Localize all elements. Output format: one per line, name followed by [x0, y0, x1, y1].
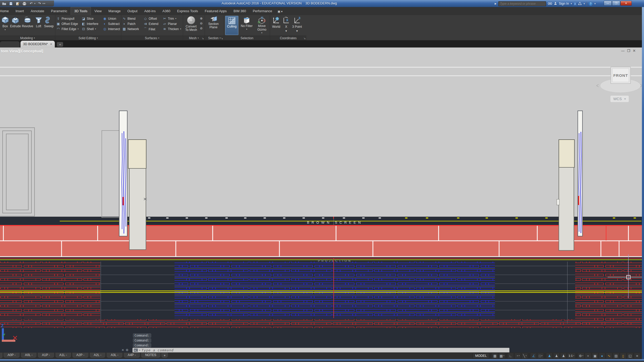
trim-dropdown-icon[interactable]: ▾	[175, 17, 176, 20]
panel-label-modeling[interactable]: Modeling▾	[0, 36, 55, 40]
layout-tab-a1p[interactable]: A1P -	[37, 353, 54, 358]
section-plane-button[interactable]: Section Plane	[205, 15, 222, 29]
undo-icon[interactable]: ↶	[29, 1, 34, 6]
world-ucs-button[interactable]: World	[272, 17, 280, 33]
slice-button[interactable]: ◪Slice	[82, 17, 101, 21]
plot-icon[interactable]	[15, 1, 20, 6]
help-icon[interactable]: ?	[589, 2, 593, 6]
patch-button[interactable]: ◗Patch	[122, 22, 142, 26]
print-icon[interactable]	[22, 1, 27, 6]
layout-tab-a1l[interactable]: A1L -	[55, 353, 71, 358]
help-dropdown-icon[interactable]: ▾	[594, 2, 596, 5]
command-input-placeholder[interactable]: Type a command	[142, 348, 174, 352]
tab-output[interactable]: Output	[124, 7, 141, 15]
trusted-paths-icon[interactable]: ▯	[620, 353, 626, 359]
file-tab-inactive[interactable]	[0, 41, 20, 47]
planar-button[interactable]: ▱Planar	[163, 22, 182, 26]
customization-menu-icon[interactable]: ≡	[634, 353, 640, 359]
panel-label-selection[interactable]: Selection	[224, 36, 270, 40]
thicken-dropdown-icon[interactable]: ▾	[180, 28, 181, 30]
a360-icon[interactable]	[578, 2, 582, 6]
shell-dropdown-icon[interactable]: ▾	[95, 28, 96, 30]
command-prompt-icon[interactable]: >_	[134, 349, 138, 352]
box-button[interactable]: Box▾	[1, 16, 10, 31]
no-smooth-icon[interactable]: ⊘	[199, 26, 204, 31]
no-filter-dropdown-icon[interactable]: ▾	[246, 28, 247, 30]
ortho-mode-icon[interactable]: ∟	[507, 353, 514, 359]
tab-a360[interactable]: A360	[159, 7, 174, 15]
intersect-button[interactable]: ◎Intersect	[103, 27, 120, 31]
viewport-restore-icon[interactable]: ❐	[627, 49, 630, 53]
sweep-button[interactable]: Sweep	[43, 16, 54, 31]
redo-dropdown-icon[interactable]: ▾	[43, 2, 44, 5]
infocenter-collapse-icon[interactable]: ▶	[495, 2, 497, 5]
open-icon[interactable]	[2, 1, 7, 6]
tab-featured-apps[interactable]: Featured Apps	[202, 7, 230, 15]
mesh-dialog-launcher-icon[interactable]: ↘	[202, 37, 204, 40]
union-button[interactable]: ◉Union	[103, 17, 120, 21]
units-icon[interactable]: ▣	[592, 353, 598, 359]
loft-button[interactable]: Loft	[34, 16, 43, 31]
polar-tracking-icon[interactable]: ◔▾	[514, 353, 521, 359]
object-snap-tracking-icon[interactable]: ∠	[530, 353, 537, 359]
interfere-button[interactable]: ◧Interfere	[82, 22, 101, 26]
fillet-edge-button[interactable]: ◠Fillet Edge▾	[56, 27, 80, 31]
section-dialog-launcher-icon[interactable]: ↘	[221, 37, 223, 40]
panel-label-mesh[interactable]: Mesh▾	[183, 36, 205, 40]
maximize-button[interactable]: ❐	[612, 1, 620, 6]
search-input[interactable]	[498, 1, 546, 6]
ucs-x-button[interactable]: X X ▾	[282, 17, 290, 33]
qat-customize-icon[interactable]: ▾	[44, 2, 45, 5]
tab-express-tools[interactable]: Express Tools	[174, 7, 202, 15]
revolve-button[interactable]: Revolve	[21, 16, 34, 31]
sign-in-dropdown-icon[interactable]: ▾	[571, 2, 572, 5]
ribbon-display-toggle-icon[interactable]: ▣ ▾	[276, 8, 285, 15]
blend-button[interactable]: ∿Blend	[122, 17, 142, 21]
annotation-monitor-icon[interactable]: +	[585, 353, 591, 359]
command-input-bar[interactable]: >_ ▾ Type a command	[132, 348, 509, 353]
tab-view[interactable]: View	[91, 7, 105, 15]
trim-button[interactable]: ✂Trim▾	[163, 17, 182, 21]
subtract-button[interactable]: ◐Subtract	[103, 22, 120, 26]
viewport-minimize-icon[interactable]: —	[621, 49, 625, 53]
exchange-apps-icon[interactable]: X	[574, 2, 576, 6]
model-space-toggle[interactable]: MODEL	[473, 353, 489, 359]
fillet-button[interactable]: ⌒Fillet	[144, 27, 161, 32]
close-button[interactable]: ✕	[620, 1, 632, 6]
layout-tab-a2l[interactable]: A2L -	[89, 353, 106, 358]
layout-tab-a2p[interactable]: A2P -	[72, 353, 89, 358]
ucs-x-dropdown-icon[interactable]: ▾	[285, 29, 287, 33]
drawing-canvas[interactable]: BROWN SCREEN PROJECTION	[0, 47, 644, 352]
network-button[interactable]: ▦Network	[122, 27, 142, 31]
minimize-button[interactable]: —	[604, 1, 612, 6]
layout-tab-a4p[interactable]: A4P -	[123, 353, 140, 358]
viewcube-face-label[interactable]: FRONT	[613, 73, 628, 78]
layout-tab-partial[interactable]	[0, 353, 3, 358]
layout-tab-a0l[interactable]: A0L -	[21, 353, 37, 358]
hardware-acceleration-icon[interactable]: ●	[599, 353, 605, 359]
tab-home[interactable]: Home	[0, 7, 12, 15]
grid-display-icon[interactable]: ▦	[492, 353, 498, 359]
file-tab-close-icon[interactable]: ✕	[50, 43, 52, 46]
smooth-less-icon[interactable]: ⊖	[199, 22, 204, 26]
annotation-scale-value[interactable]: 1:1▾	[567, 353, 575, 359]
ucs-3point-dropdown-icon[interactable]: ▾	[296, 29, 298, 33]
new-layout-button[interactable]: +	[161, 353, 168, 358]
command-customize-icon[interactable]: ⚙	[126, 348, 129, 352]
tab-add-ins[interactable]: Add-ins	[141, 7, 159, 15]
tab-parametric[interactable]: Parametric	[48, 7, 71, 15]
extrude-button[interactable]: Extrude	[10, 16, 21, 31]
convert-to-mesh-button[interactable]: Convert To Mesh	[184, 16, 198, 32]
tab-performance[interactable]: Performance	[250, 7, 276, 15]
command-close-icon[interactable]: ✕	[122, 348, 124, 352]
object-snap-icon[interactable]: □▾	[537, 353, 544, 359]
redo-icon[interactable]: ↷	[37, 1, 42, 6]
layout-tab-notes[interactable]: NOTES	[141, 353, 161, 358]
panel-label-surfaces[interactable]: Surfaces▾	[121, 36, 183, 40]
ucs-3point-button[interactable]: 3 3 Point ▾	[292, 17, 302, 33]
panel-label-coordinates[interactable]: Coordinates	[270, 36, 306, 40]
thicken-button[interactable]: ≋Thicken▾	[163, 27, 182, 31]
layout-tab-a3l[interactable]: A3L -	[106, 353, 123, 358]
no-filter-button[interactable]: No Filter ▾	[240, 16, 253, 35]
autoscale-icon[interactable]: ♟	[553, 353, 560, 359]
